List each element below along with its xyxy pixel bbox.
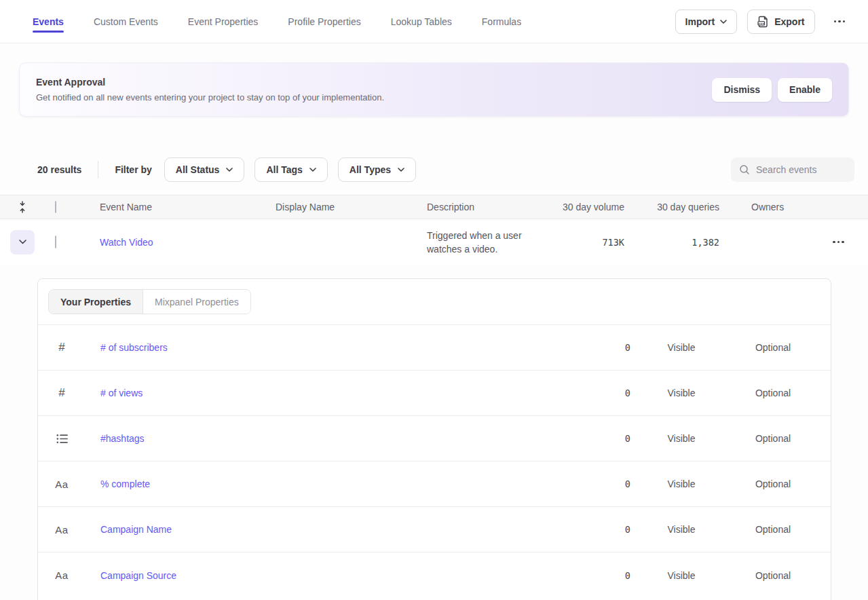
enable-button[interactable]: Enable bbox=[778, 78, 832, 102]
property-name-link[interactable]: #hashtags bbox=[86, 433, 549, 444]
tab-lookup-tables[interactable]: Lookup Tables bbox=[391, 0, 452, 43]
more-options-icon[interactable] bbox=[830, 16, 850, 27]
tags-filter-dropdown[interactable]: All Tags bbox=[254, 157, 327, 182]
description-line-2: watches a video. bbox=[427, 242, 546, 256]
property-value: 0 bbox=[549, 524, 630, 535]
search-input[interactable] bbox=[756, 164, 846, 175]
tab-formulas[interactable]: Formulas bbox=[482, 0, 521, 43]
collapse-all-icon[interactable] bbox=[0, 201, 45, 213]
col-description: Description bbox=[427, 202, 546, 212]
banner-title: Event Approval bbox=[36, 77, 384, 88]
tab-your-properties[interactable]: Your Properties bbox=[49, 290, 143, 314]
properties-tab-group: Your Properties Mixpanel Properties bbox=[48, 289, 251, 314]
chevron-down-icon bbox=[398, 168, 404, 172]
chevron-down-icon bbox=[19, 240, 26, 244]
filter-by-label: Filter by bbox=[115, 164, 151, 175]
property-requirement: Optional bbox=[732, 570, 814, 581]
tags-filter-label: All Tags bbox=[266, 164, 302, 175]
property-name-link[interactable]: % complete bbox=[86, 479, 549, 489]
import-button-label: Import bbox=[685, 16, 715, 27]
text-type-icon: Aa bbox=[55, 569, 68, 581]
property-row: Aa % complete 0 Visible Optional bbox=[38, 462, 831, 507]
property-name-link[interactable]: # of subscribers bbox=[86, 342, 549, 353]
property-visibility: Visible bbox=[630, 524, 732, 535]
property-row: Aa Campaign Name 0 Visible Optional bbox=[38, 507, 831, 552]
types-filter-dropdown[interactable]: All Types bbox=[338, 157, 416, 182]
property-value: 0 bbox=[549, 479, 630, 489]
property-requirement: Optional bbox=[732, 433, 814, 444]
import-button[interactable]: Import bbox=[675, 10, 738, 34]
queries-cell: 1,382 bbox=[624, 237, 719, 248]
property-visibility: Visible bbox=[630, 570, 732, 581]
event-name-link[interactable]: Watch Video bbox=[100, 237, 153, 248]
types-filter-label: All Types bbox=[350, 164, 391, 175]
col-display-name: Display Name bbox=[276, 202, 427, 212]
status-filter-dropdown[interactable]: All Status bbox=[164, 157, 245, 182]
col-owners: Owners bbox=[719, 202, 804, 212]
tab-events[interactable]: Events bbox=[33, 0, 64, 43]
property-name-link[interactable]: Campaign Source bbox=[86, 570, 549, 581]
divider bbox=[98, 161, 98, 179]
text-type-icon: Aa bbox=[55, 524, 68, 536]
property-value: 0 bbox=[549, 342, 630, 353]
chevron-down-icon bbox=[309, 168, 316, 172]
volume-cell: 713K bbox=[546, 237, 624, 248]
csv-file-icon: csv bbox=[757, 16, 769, 28]
row-checkbox[interactable] bbox=[55, 236, 56, 248]
search-icon bbox=[739, 164, 750, 175]
tab-profile-properties[interactable]: Profile Properties bbox=[288, 0, 360, 43]
list-type-icon bbox=[38, 434, 86, 444]
banner-description: Get notified on all new events entering … bbox=[36, 92, 384, 102]
property-row: #hashtags 0 Visible Optional bbox=[38, 416, 831, 462]
property-name-link[interactable]: Campaign Name bbox=[86, 524, 549, 535]
tab-custom-events[interactable]: Custom Events bbox=[94, 0, 158, 43]
property-requirement: Optional bbox=[732, 524, 814, 535]
property-requirement: Optional bbox=[732, 479, 814, 489]
table-header-row: Event Name Display Name Description 30 d… bbox=[0, 195, 868, 219]
number-type-icon: # bbox=[58, 386, 64, 400]
property-value: 0 bbox=[549, 388, 630, 398]
property-row: # # of subscribers 0 Visible Optional bbox=[38, 325, 831, 371]
text-type-icon: Aa bbox=[55, 479, 68, 490]
description-cell: Triggered when a user watches a video. bbox=[427, 229, 546, 256]
number-type-icon: # bbox=[58, 341, 64, 354]
tab-mixpanel-properties[interactable]: Mixpanel Properties bbox=[143, 290, 250, 314]
row-expand-button[interactable] bbox=[10, 230, 35, 255]
top-navigation: Events Custom Events Event Properties Pr… bbox=[0, 0, 868, 43]
results-count: 20 results bbox=[37, 164, 81, 175]
property-row: Aa Campaign Source 0 Visible Optional bbox=[38, 552, 831, 598]
property-requirement: Optional bbox=[732, 342, 814, 353]
property-row: # # of views 0 Visible Optional bbox=[38, 371, 831, 416]
property-name-link[interactable]: # of views bbox=[86, 388, 549, 398]
col-30-day-queries: 30 day queries bbox=[624, 202, 719, 212]
property-visibility: Visible bbox=[630, 479, 732, 489]
dismiss-button[interactable]: Dismiss bbox=[712, 78, 772, 102]
select-all-checkbox[interactable] bbox=[55, 201, 56, 213]
property-visibility: Visible bbox=[630, 433, 732, 444]
nav-tabs: Events Custom Events Event Properties Pr… bbox=[33, 0, 521, 43]
property-visibility: Visible bbox=[630, 388, 732, 398]
col-30-day-volume: 30 day volume bbox=[546, 202, 624, 212]
export-button[interactable]: csv Export bbox=[747, 10, 814, 34]
export-button-label: Export bbox=[774, 16, 804, 27]
status-filter-label: All Status bbox=[176, 164, 220, 175]
chevron-down-icon bbox=[226, 168, 233, 172]
tab-event-properties[interactable]: Event Properties bbox=[188, 0, 259, 43]
svg-text:csv: csv bbox=[759, 21, 765, 24]
filter-bar: 20 results Filter by All Status All Tags… bbox=[0, 157, 868, 182]
table-row: Watch Video Triggered when a user watche… bbox=[0, 219, 868, 265]
col-event-name: Event Name bbox=[86, 202, 276, 212]
search-box[interactable] bbox=[731, 157, 854, 182]
description-line-1: Triggered when a user bbox=[427, 229, 546, 242]
event-approval-banner: Event Approval Get notified on all new e… bbox=[19, 62, 849, 117]
chevron-down-icon bbox=[720, 20, 727, 24]
property-value: 0 bbox=[549, 433, 630, 444]
property-requirement: Optional bbox=[732, 388, 814, 398]
property-visibility: Visible bbox=[630, 342, 732, 353]
row-more-options-icon[interactable] bbox=[829, 237, 848, 248]
properties-panel: Your Properties Mixpanel Properties # # … bbox=[37, 278, 831, 600]
property-value: 0 bbox=[549, 570, 630, 581]
